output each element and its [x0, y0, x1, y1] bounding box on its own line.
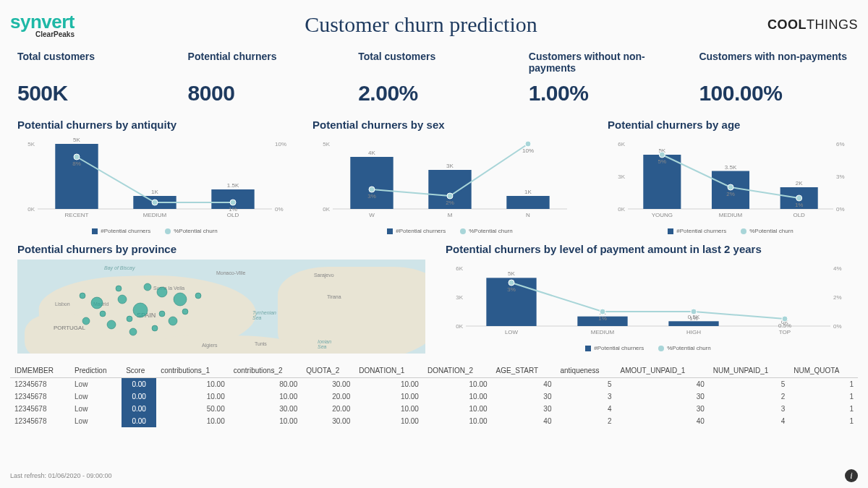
table-header[interactable]: IDMEMBER [10, 364, 70, 378]
svg-text:4%: 4% [833, 265, 842, 272]
svg-text:1%: 1% [795, 202, 804, 208]
svg-text:3K: 3K [456, 294, 463, 301]
table-header[interactable]: DONATION_2 [423, 364, 492, 378]
chart-age: Potential churners by age 0K3K6K0%3%6%5K… [600, 116, 861, 237]
svg-point-100 [691, 309, 697, 314]
svg-text:10%: 10% [275, 141, 286, 147]
svg-point-68 [169, 317, 177, 325]
svg-text:0K: 0K [456, 323, 463, 330]
kpi-value: 2.00% [358, 81, 510, 106]
table-header[interactable]: Prediction [70, 364, 122, 378]
svg-text:6K: 6K [456, 265, 463, 272]
svg-point-102 [782, 316, 788, 322]
map-bubbles-svg [17, 260, 425, 354]
chart-svg: 0K5K0%10%5KRECENT1KMEDIUM1.5KOLD8%1% [17, 135, 292, 222]
legend: #Potential churners %Potential churn [312, 228, 587, 234]
svg-text:1%: 1% [229, 206, 237, 213]
svg-text:0%: 0% [275, 206, 284, 213]
kpi-value: 8000 [188, 81, 340, 106]
svg-point-57 [796, 195, 802, 201]
table-header[interactable]: contributions_2 [229, 364, 302, 378]
svg-point-76 [182, 309, 188, 314]
kpi-value: 500K [17, 81, 169, 106]
svg-text:5K: 5K [27, 141, 35, 147]
svg-text:0.5%: 0.5% [778, 322, 791, 329]
kpi-card: Customers with non-payments100.00% [692, 46, 858, 113]
legend-bar-icon [387, 228, 393, 234]
svg-text:W: W [369, 212, 375, 218]
table-row[interactable]: 12345678Low0.0010.0010.0020.0010.0010.00… [10, 390, 858, 403]
svg-point-61 [133, 303, 148, 317]
chart-sex: Potential churners by sex 0K5K4KW3KM1KN3… [305, 116, 595, 237]
table-header[interactable]: Score [122, 364, 156, 378]
svg-point-70 [116, 286, 122, 291]
svg-text:6K: 6K [618, 141, 625, 147]
last-refresh: Last refresh: 01/06/2020 - 09:00:00 [10, 472, 112, 479]
svg-text:0K: 0K [618, 206, 625, 213]
svg-point-75 [159, 311, 165, 317]
svg-text:5K: 5K [323, 141, 330, 147]
chart-title: Potential churners by level of payment a… [446, 243, 851, 255]
table-header[interactable]: antiqueness [556, 364, 616, 378]
svg-point-96 [509, 280, 514, 286]
svg-text:3%: 3% [836, 174, 845, 180]
kpi-value: 1.00% [529, 81, 681, 106]
svg-text:2K: 2K [796, 180, 803, 187]
svg-point-59 [91, 297, 103, 309]
chart-svg: 0K3K6K0%2%4%5KLOW1KMEDIUM0.5KHIGH0KTOP3%… [446, 260, 851, 339]
svg-text:10%: 10% [522, 147, 534, 154]
svg-point-60 [118, 295, 127, 304]
table-header[interactable]: AMOUT_UNPAID_1 [616, 364, 709, 378]
svg-point-64 [82, 317, 90, 325]
kpi-card: Customers without non-payments1.00% [522, 46, 688, 113]
table-row[interactable]: 12345678Low0.0050.0030.0020.0010.0010.00… [10, 403, 858, 415]
header: synvert ClearPeaks Customer churn predic… [10, 7, 858, 42]
svg-text:1K: 1K [524, 189, 532, 195]
svg-text:N: N [526, 212, 530, 218]
table-row[interactable]: 12345678Low0.0010.0080.0030.0010.0010.00… [10, 378, 858, 391]
chart-payment: Potential churners by level of payment a… [438, 240, 858, 356]
kpi-row: Total customers500KPotential churners800… [10, 46, 858, 113]
svg-text:MEDIUM: MEDIUM [143, 212, 167, 218]
svg-text:0K: 0K [27, 206, 35, 213]
legend-line-icon [165, 228, 171, 234]
chart-antiquity: Potential churners by antiquity 0K5K0%10… [10, 116, 299, 237]
svg-text:2%: 2% [833, 294, 842, 301]
svg-point-17 [230, 200, 236, 205]
svg-point-72 [195, 293, 201, 299]
svg-text:5K: 5K [508, 270, 515, 277]
svg-text:M: M [448, 212, 453, 218]
svg-text:TOP: TOP [779, 329, 791, 335]
svg-text:6%: 6% [836, 141, 845, 147]
svg-text:5%: 5% [658, 158, 667, 165]
kpi-label: Customers with non-payments [699, 51, 851, 77]
legend: #Potential churners %Potential churn [608, 228, 854, 234]
legend-bar-icon [585, 346, 591, 351]
data-table: IDMEMBERPredictionScorecontributions_1co… [10, 364, 858, 427]
table-header[interactable]: AGE_START [492, 364, 556, 378]
map-body[interactable]: SPAIN PORTUGAL Madrid Lisbon Algiers Tun… [17, 260, 425, 354]
svg-text:3K: 3K [618, 174, 625, 180]
legend-line-icon [460, 228, 466, 234]
legend-bar-icon [92, 228, 98, 234]
table-header[interactable]: NUM_UNPAID_1 [709, 364, 789, 378]
svg-point-66 [129, 328, 137, 335]
svg-text:8%: 8% [72, 160, 81, 167]
table-header[interactable]: NUM_QUOTA [789, 364, 858, 378]
table-header[interactable]: DONATION_1 [354, 364, 423, 378]
svg-point-63 [174, 293, 187, 306]
svg-text:RECENT: RECENT [65, 212, 89, 218]
kpi-card: Total customers500K [10, 46, 176, 113]
svg-text:1.5K: 1.5K [227, 182, 239, 189]
chart-province: Potential churners by province SPAIN POR… [10, 240, 433, 356]
table-header[interactable]: contributions_1 [156, 364, 229, 378]
svg-text:4K: 4K [368, 150, 375, 156]
svg-text:HIGH: HIGH [686, 329, 701, 335]
chart-title: Potential churners by province [17, 243, 425, 255]
kpi-label: Total customers [358, 51, 510, 77]
table-row[interactable]: 12345678Low0.0010.0010.0030.0010.0010.00… [10, 415, 858, 427]
info-icon[interactable]: i [845, 469, 858, 482]
svg-point-67 [152, 325, 158, 331]
table-header[interactable]: QUOTA_2 [302, 364, 354, 378]
svg-text:3.5K: 3.5K [725, 164, 737, 171]
